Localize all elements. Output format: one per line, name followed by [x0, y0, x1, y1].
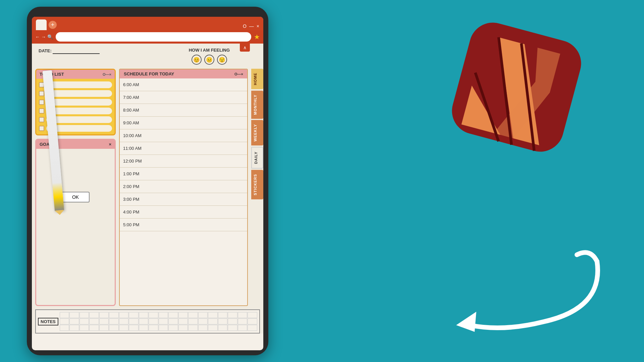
restore-button[interactable]: — [249, 23, 254, 29]
nav-arrows: ← → 🔍 [35, 34, 53, 40]
tab-bar: + O — × [32, 17, 263, 30]
notes-cell [109, 325, 119, 331]
notes-cell [168, 312, 178, 318]
notes-cell [89, 318, 99, 324]
tablet-screen: + O — × ← → 🔍 ★ ∧ [32, 17, 263, 350]
main-area: TO DO LIST O—× [32, 69, 263, 309]
notes-cell [149, 318, 158, 324]
schedule-controls[interactable]: O—× [234, 72, 243, 76]
todo-checkbox-3[interactable] [39, 100, 44, 105]
notes-cell [208, 325, 218, 331]
notes-cell [109, 312, 119, 318]
back-icon[interactable]: ← [35, 34, 40, 40]
forward-icon[interactable]: → [41, 34, 46, 40]
todo-controls[interactable]: O—× [103, 72, 111, 76]
notes-cell [79, 312, 89, 318]
notes-section: NOTES [35, 309, 260, 334]
time-800am: 8:00 AM [123, 108, 150, 113]
table-row: 7:00 AM [120, 91, 247, 104]
notes-cell [188, 318, 198, 324]
notes-cell [129, 318, 139, 324]
todo-line-3[interactable] [46, 99, 112, 106]
app-icon [446, 17, 587, 158]
notes-cell [188, 312, 198, 318]
notes-cell [159, 318, 168, 324]
table-row: 10:00 AM [120, 129, 247, 142]
address-input[interactable] [56, 32, 251, 42]
time-100pm: 1:00 PM [123, 171, 150, 176]
date-input-line[interactable] [53, 48, 100, 54]
notes-cell [168, 318, 178, 324]
time-500pm: 5:00 PM [123, 222, 150, 227]
sidebar-item-daily[interactable]: DAILY [251, 147, 263, 169]
time-600am: 6:00 AM [123, 82, 150, 87]
todo-line-1[interactable] [46, 81, 112, 88]
notes-cell [188, 325, 198, 331]
svg-marker-7 [456, 312, 476, 332]
todo-checkbox-5[interactable] [39, 117, 44, 122]
table-row: 3:00 PM [120, 193, 247, 206]
todo-checkbox-6[interactable] [39, 126, 44, 131]
close-button[interactable]: × [257, 23, 259, 29]
notes-cell [178, 325, 188, 331]
mood-icons: 😊 😐 😟 [189, 55, 230, 65]
todo-checkbox-2[interactable] [39, 91, 44, 96]
mood-happy[interactable]: 😊 [192, 55, 202, 65]
notes-cell [248, 325, 257, 331]
goals-content[interactable] [36, 149, 115, 189]
notes-cell [248, 318, 257, 324]
sidebar-item-stickers[interactable]: STICKERS [251, 170, 263, 199]
date-container: DATE: [39, 48, 100, 54]
notes-cell [60, 312, 69, 318]
date-label-text: DATE: [39, 48, 52, 53]
notes-cell [99, 325, 109, 331]
goals-close-icon[interactable]: × [109, 142, 111, 147]
notes-cell [238, 312, 248, 318]
notes-cell [218, 312, 228, 318]
notes-cell [69, 318, 79, 324]
scroll-up-button[interactable]: ∧ [240, 44, 250, 52]
add-tab-button[interactable]: + [49, 21, 57, 29]
goals-ok-button[interactable]: OK [61, 192, 90, 202]
time-1100am: 11:00 AM [123, 146, 150, 151]
notes-cell [99, 318, 109, 324]
goals-header: GOALS × [36, 140, 115, 149]
notes-grid[interactable] [60, 312, 257, 331]
window-controls: O — × [243, 23, 259, 29]
notes-cell [79, 318, 89, 324]
notes-cell [198, 325, 208, 331]
mood-sad[interactable]: 😟 [217, 55, 227, 65]
time-300pm: 3:00 PM [123, 197, 150, 202]
browser-tab[interactable] [36, 19, 47, 30]
notes-cell [228, 325, 237, 331]
notes-cell [228, 312, 237, 318]
todo-line-2[interactable] [46, 90, 112, 97]
todo-line-4[interactable] [46, 108, 112, 114]
notes-cell [159, 312, 168, 318]
table-row: 11:00 AM [120, 142, 247, 155]
mood-neutral[interactable]: 😐 [204, 55, 214, 65]
notes-cell [89, 325, 99, 331]
notes-cell [129, 312, 139, 318]
todo-checkbox-4[interactable] [39, 108, 44, 114]
minimize-button[interactable]: O [243, 23, 247, 29]
time-400pm: 4:00 PM [123, 209, 150, 215]
sidebar-item-home[interactable]: HOME [251, 69, 263, 89]
time-1200pm: 12:00 PM [123, 159, 150, 164]
table-row: 4:00 PM [120, 206, 247, 219]
notes-cell [60, 318, 69, 324]
date-label: DATE: [39, 48, 100, 53]
tablet-device: + O — × ← → 🔍 ★ ∧ [27, 7, 268, 355]
bookmark-icon[interactable]: ★ [254, 33, 260, 41]
table-row: 6:00 AM [120, 78, 247, 91]
sidebar-item-monthly[interactable]: MONTHLY [251, 90, 263, 119]
schedule-widget: SCHEDULE FOR TODAY O—× 6:00 AM 7:00 AM [119, 69, 248, 306]
notes-cell [228, 318, 237, 324]
notes-cell [168, 325, 178, 331]
side-nav: HOME MONTHLY WEEKLY DAILY STICKERS [251, 69, 263, 309]
notes-cell [99, 312, 109, 318]
table-row: 2:00 PM [120, 180, 247, 193]
sidebar-item-weekly[interactable]: WEEKLY [251, 120, 263, 145]
table-row: 8:00 AM [120, 104, 247, 117]
notes-cell [139, 312, 149, 318]
